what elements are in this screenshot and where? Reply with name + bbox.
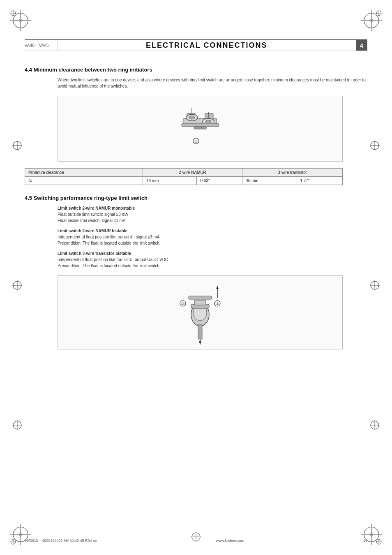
svg-rect-59 [194,127,206,129]
figure-ring-initiator: ① [58,96,343,162]
perf-group-3-line1: ndependent of float position like transi… [58,257,367,263]
section-45-heading: 4.5 Switching performance ring-type limi… [25,195,367,201]
side-mark-right-top [369,140,380,152]
side-mark-left-mid [12,280,23,292]
footer-right: 19 [363,539,367,543]
svg-marker-71 [199,341,201,345]
clearance-table: Minimum clearance 2-wire NAMUR 3-wire tr… [25,168,343,185]
side-mark-left-bot [12,419,23,432]
perf-group-2: Limit switch 2-wire NAMUR bistable Indep… [58,228,367,246]
svg-point-55 [205,120,211,123]
table-col3-header: 3-wire transistor [242,169,343,177]
ring-initiator-svg: ① [159,102,241,155]
svg-rect-64 [198,325,202,339]
switching-svg: ② ① [155,280,245,345]
main-content: 4.4 Minimum clearance between two ring i… [25,57,367,356]
perf-group-1-line2: Float inside limit switch: signal ≤1 mA [58,217,367,224]
table-cell-trans-in: 1.77" [297,177,342,185]
page-title: ELECTRICAL CONNECTIONS [58,41,356,50]
svg-rect-66 [194,300,206,305]
perf-group-2-line2: Precondition: The float is located outsi… [58,240,367,246]
svg-text:①: ① [194,139,198,143]
section-number: 4 [356,40,367,51]
product-label: VA40 – VA45 [25,40,58,51]
table-col2-header: 2-wire NAMUR [143,169,242,177]
corner-mark-br [359,522,384,547]
side-mark-right-bot [369,419,380,432]
corner-mark-tr [359,8,384,33]
footer-center: www.krohne.com [216,539,244,543]
table-col1-header: Minimum clearance [25,169,143,177]
perf-group-1-title: Limit switch 2-wire NAMUR monostable [58,205,367,211]
section-44-heading: 4.4 Minimum clearance between two ring i… [25,67,367,73]
footer-left: 09/2013 – 4000424402 MA VA40 45 R04 en [25,539,97,543]
perf-group-1: Limit switch 2-wire NAMUR monostable Flo… [58,205,367,224]
svg-marker-75 [216,286,219,289]
table-cell-namur-in: 0.63" [197,177,242,185]
perf-group-1-line1: Float outside limit switch: signal ≥3 mA [58,211,367,217]
section-44-body: Where two limit switches are in one devi… [58,77,367,89]
table-cell-namur-mm: 16 mm [143,177,197,185]
table-row: ① 16 mm 0.63" 45 mm 1.77" [25,177,343,185]
perf-group-2-line1: Independent of float position like trans… [58,234,367,240]
table-cell-trans-mm: 45 mm [242,177,297,185]
corner-mark-bl [8,522,33,547]
svg-rect-67 [189,296,212,299]
footer: 09/2013 – 4000424402 MA VA40 45 R04 en w… [25,539,367,543]
side-mark-right-mid [369,280,380,292]
figure-switching-performance: ② ① [58,275,343,349]
corner-mark-tl [8,8,33,33]
perf-group-2-title: Limit switch 2-wire NAMUR bistable [58,228,367,234]
perf-group-3: Limit switch 3-wire transistor bistable … [58,250,367,269]
table-cell-label: ① [25,177,143,185]
svg-point-53 [189,116,195,119]
perf-group-3-title: Limit switch 3-wire transistor bistable [58,250,367,257]
svg-rect-58 [182,123,219,127]
header-bar: VA40 – VA45 ELECTRICAL CONNECTIONS 4 [25,39,367,51]
svg-text:①: ① [216,302,219,306]
perf-group-3-line2: Precondition: The float is located outsi… [58,263,367,269]
side-mark-left-top [12,140,23,152]
svg-text:②: ② [181,302,184,306]
